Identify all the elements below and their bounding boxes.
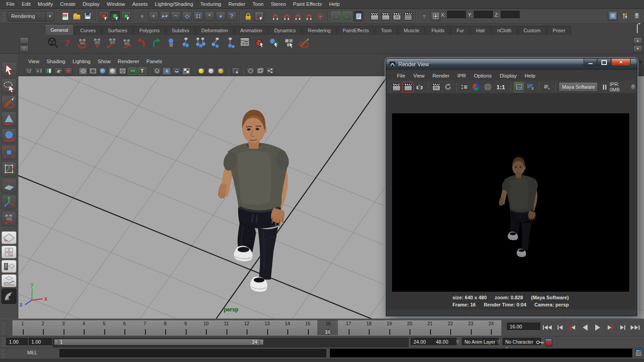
shelf-tab[interactable]: Curves [74, 26, 102, 35]
menu-item[interactable]: Lighting/Shading [151, 0, 197, 9]
camera-track-shelf-button[interactable] [91, 36, 103, 49]
timeline-frame[interactable]: 11 [216, 320, 237, 336]
last-tool-used[interactable] [1, 211, 17, 226]
rotate-tool[interactable] [1, 128, 17, 143]
rendered-image[interactable] [392, 113, 629, 292]
joint-hanging-shelf-button[interactable] [224, 36, 236, 49]
render-view-menu-item[interactable]: File [393, 72, 409, 80]
play-backwards-button[interactable] [579, 322, 591, 333]
menu-item[interactable]: Toon [249, 0, 267, 9]
command-input[interactable] [60, 349, 326, 358]
menu-item[interactable]: Edit [18, 0, 34, 9]
quick-help-button[interactable]: ? [227, 11, 237, 21]
tool-settings-toggle[interactable] [620, 11, 630, 21]
anim-layer-field[interactable]: No Anim Layer [462, 338, 499, 346]
menu-item[interactable]: Modify [34, 0, 56, 9]
select-object-mode-button[interactable] [110, 11, 120, 21]
default-lighting-icon[interactable] [197, 67, 205, 75]
timeline-frame[interactable]: 8 [155, 320, 176, 336]
lasso-select-tool[interactable] [1, 78, 17, 94]
outliner-shelf-button[interactable] [239, 36, 251, 49]
attribute-editor-toggle[interactable] [608, 11, 618, 21]
timeline-frame[interactable]: 4 [74, 320, 94, 336]
ipr-render-button[interactable]: IPR [392, 11, 402, 21]
four-pane-layout-button[interactable] [1, 246, 17, 259]
resolution-gate-icon[interactable] [98, 67, 107, 75]
share-nodes-icon[interactable] [266, 67, 274, 75]
render-view-menu-item[interactable]: Options [470, 72, 496, 80]
timeline-frame[interactable]: 15 [298, 320, 318, 336]
step-forward-frame-button[interactable] [617, 322, 628, 333]
refresh-ipr-button[interactable] [443, 82, 453, 92]
window-resize-edge[interactable] [388, 310, 635, 316]
open-render-view-button[interactable] [370, 11, 380, 21]
alpha-channel-button[interactable] [482, 82, 493, 92]
gate-mask-icon[interactable] [108, 67, 117, 75]
lock-selection-button[interactable] [243, 11, 253, 21]
snap-align-grid-button[interactable] [270, 11, 280, 21]
menu-item[interactable]: Help [325, 0, 343, 9]
timeline-frame[interactable]: 19 [379, 320, 400, 336]
shelf-tab[interactable]: Dynamics [269, 26, 302, 35]
timeline-frame[interactable]: 9 [175, 320, 196, 336]
script-editor-button[interactable] [635, 349, 642, 357]
soft-modification-tool[interactable] [1, 178, 17, 193]
open-render-settings-button[interactable] [542, 82, 552, 92]
snap-to-curves-button[interactable] [160, 11, 170, 21]
render-view-menu-item[interactable]: View [409, 72, 429, 80]
camera-tumble-shelf-button[interactable] [76, 36, 89, 49]
timeline-frame[interactable]: 1 [13, 320, 33, 336]
shelf-tab[interactable]: Muscle [398, 26, 425, 35]
snap-to-view-planes-button[interactable] [193, 11, 203, 21]
menu-item[interactable]: Window [103, 0, 128, 9]
snap-align-point-button[interactable] [293, 11, 303, 21]
menu-item[interactable]: Stereo [267, 0, 290, 9]
redo-previous-render-button[interactable] [403, 82, 413, 92]
shelf-scroll-up-button[interactable]: ▲ [633, 37, 642, 44]
save-scene-button[interactable] [83, 11, 93, 21]
window-titlebar[interactable]: Render View × [386, 59, 637, 70]
play-forwards-button[interactable] [592, 322, 603, 333]
commandline-grip[interactable] [2, 349, 5, 358]
render-current-frame-button[interactable] [381, 11, 391, 21]
shelf-tab[interactable]: Poser [547, 26, 571, 35]
timeline-frame[interactable]: 5 [94, 320, 115, 336]
animation-start-field[interactable]: 1.00 [6, 338, 28, 346]
snap-to-grids-button[interactable]: + [149, 11, 158, 21]
shelf-selector-button[interactable]: ▽ [20, 45, 29, 52]
absolute-transform-button[interactable] [431, 11, 440, 21]
viewport-window-icon[interactable] [256, 67, 264, 75]
align-objects-button[interactable] [315, 11, 325, 21]
safe-title-icon[interactable]: T [138, 67, 146, 75]
xray-mode-icon[interactable] [246, 67, 255, 75]
input-connections-button[interactable]: → [331, 11, 341, 21]
sphere-bucket-shelf-button[interactable] [165, 36, 177, 49]
timeline-frame[interactable]: 17 [338, 320, 359, 336]
hypergraph-layout-button[interactable] [1, 289, 17, 304]
timeline-frame[interactable]: 6 [115, 320, 135, 336]
menu-item[interactable]: Texturing [197, 0, 225, 9]
menu-item[interactable]: Create [56, 0, 79, 9]
select-hierarchy-mode-button[interactable] [99, 11, 109, 21]
minimize-button[interactable] [584, 59, 597, 66]
timeslider-grip[interactable] [2, 321, 5, 334]
camera-dolly-shelf-button[interactable] [106, 36, 118, 49]
range-start-handle[interactable] [54, 339, 58, 345]
character-set-field[interactable]: No Character Set [503, 338, 541, 346]
channel-box-toggle[interactable] [632, 11, 642, 21]
step-back-frame-button[interactable] [554, 322, 566, 333]
shelf-tab[interactable]: Surfaces [102, 26, 133, 35]
y-input[interactable] [474, 11, 493, 19]
command-language-toggle[interactable]: MEL [22, 350, 42, 355]
menu-item[interactable]: File [3, 0, 18, 9]
shelf-tab[interactable]: Custom [518, 26, 546, 35]
render-view-menu-item[interactable]: Display [496, 72, 521, 80]
z-input[interactable] [501, 11, 520, 19]
select-all-types-shelf-button[interactable] [268, 36, 281, 49]
timeline-frame[interactable]: 3 [53, 320, 74, 336]
shelf-tab[interactable]: General [45, 25, 74, 35]
toolbar-grip[interactable] [2, 11, 5, 22]
joint-single-shelf-button[interactable] [179, 36, 192, 49]
keep-image-button[interactable] [514, 82, 524, 92]
shelf-tab[interactable]: nCloth [491, 26, 517, 35]
